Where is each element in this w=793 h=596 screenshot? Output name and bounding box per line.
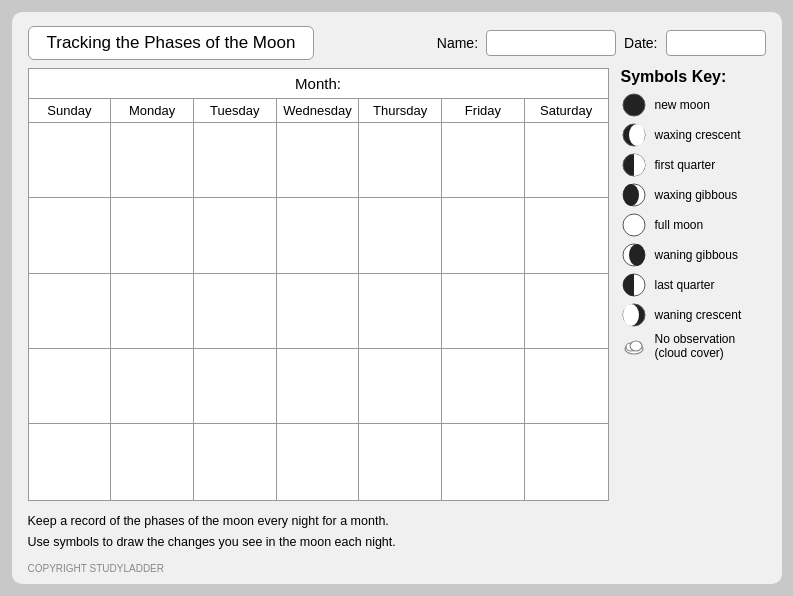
table-row [194, 349, 277, 424]
symbols-key-title: Symbols Key: [621, 68, 766, 86]
page: Tracking the Phases of the Moon Name: Da… [12, 12, 782, 584]
waxing-crescent-icon [621, 122, 647, 148]
symbol-waning-crescent: waning crescent [621, 302, 766, 328]
instruction-line-1: Keep a record of the phases of the moon … [28, 511, 766, 532]
table-row [442, 274, 525, 349]
table-row [111, 349, 194, 424]
day-friday: Friday [442, 99, 525, 122]
table-row [442, 123, 525, 198]
symbol-waning-gibbous: waning gibbous [621, 242, 766, 268]
last-quarter-label: last quarter [655, 278, 715, 292]
symbol-new-moon: new moon [621, 92, 766, 118]
svg-point-8 [629, 244, 645, 266]
main-content: Month: Sunday Monday Tuesday Wednesday T… [28, 68, 766, 501]
footer: COPYRIGHT STUDYLADDER [28, 563, 766, 574]
table-row [277, 198, 360, 273]
waxing-gibbous-label: waxing gibbous [655, 188, 738, 202]
svg-point-2 [629, 124, 645, 146]
table-row [525, 123, 608, 198]
waning-gibbous-label: waning gibbous [655, 248, 738, 262]
table-row [442, 349, 525, 424]
day-monday: Monday [111, 99, 194, 122]
table-row [359, 123, 442, 198]
header-fields: Name: Date: [437, 30, 766, 56]
symbols-key: Symbols Key: new moon waxing crescent [621, 68, 766, 501]
calendar-grid [29, 123, 608, 500]
svg-point-0 [623, 94, 645, 116]
symbol-cloud-cover: No observation(cloud cover) [621, 332, 766, 360]
table-row [277, 274, 360, 349]
day-thursday: Thursday [359, 99, 442, 122]
table-row [29, 198, 112, 273]
full-moon-icon [621, 212, 647, 238]
table-row [277, 424, 360, 499]
month-header: Month: [29, 69, 608, 99]
instruction-line-2: Use symbols to draw the changes you see … [28, 532, 766, 553]
full-moon-label: full moon [655, 218, 704, 232]
table-row [525, 349, 608, 424]
table-row [442, 424, 525, 499]
date-input[interactable] [666, 30, 766, 56]
header: Tracking the Phases of the Moon Name: Da… [28, 26, 766, 60]
table-row [29, 274, 112, 349]
table-row [29, 349, 112, 424]
name-input[interactable] [486, 30, 616, 56]
day-tuesday: Tuesday [194, 99, 277, 122]
table-row [359, 349, 442, 424]
table-row [194, 424, 277, 499]
svg-point-11 [623, 304, 639, 326]
table-row [525, 424, 608, 499]
table-row [111, 274, 194, 349]
table-row [29, 424, 112, 499]
instructions: Keep a record of the phases of the moon … [28, 511, 766, 554]
svg-point-14 [630, 341, 642, 351]
table-row [111, 198, 194, 273]
waxing-crescent-label: waxing crescent [655, 128, 741, 142]
last-quarter-icon [621, 272, 647, 298]
waxing-gibbous-icon [621, 182, 647, 208]
table-row [29, 123, 112, 198]
table-row [525, 198, 608, 273]
cloud-cover-icon [621, 333, 647, 359]
waning-gibbous-icon [621, 242, 647, 268]
table-row [359, 424, 442, 499]
table-row [111, 424, 194, 499]
symbol-waxing-crescent: waxing crescent [621, 122, 766, 148]
table-row [277, 349, 360, 424]
name-label: Name: [437, 35, 478, 51]
table-row [359, 274, 442, 349]
svg-point-5 [623, 184, 639, 206]
day-sunday: Sunday [29, 99, 112, 122]
table-row [525, 274, 608, 349]
waning-crescent-label: waning crescent [655, 308, 742, 322]
day-wednesday: Wednesday [277, 99, 360, 122]
symbol-waxing-gibbous: waxing gibbous [621, 182, 766, 208]
calendar-section: Month: Sunday Monday Tuesday Wednesday T… [28, 68, 609, 501]
page-title: Tracking the Phases of the Moon [28, 26, 315, 60]
first-quarter-label: first quarter [655, 158, 716, 172]
symbol-full-moon: full moon [621, 212, 766, 238]
day-headers: Sunday Monday Tuesday Wednesday Thursday… [29, 99, 608, 123]
table-row [111, 123, 194, 198]
table-row [194, 123, 277, 198]
table-row [442, 198, 525, 273]
table-row [194, 274, 277, 349]
table-row [359, 198, 442, 273]
table-row [277, 123, 360, 198]
symbol-first-quarter: first quarter [621, 152, 766, 178]
cloud-cover-label: No observation(cloud cover) [655, 332, 736, 360]
day-saturday: Saturday [525, 99, 608, 122]
svg-point-6 [623, 214, 645, 236]
new-moon-label: new moon [655, 98, 710, 112]
symbol-last-quarter: last quarter [621, 272, 766, 298]
new-moon-icon [621, 92, 647, 118]
date-label: Date: [624, 35, 657, 51]
waning-crescent-icon [621, 302, 647, 328]
first-quarter-icon [621, 152, 647, 178]
table-row [194, 198, 277, 273]
